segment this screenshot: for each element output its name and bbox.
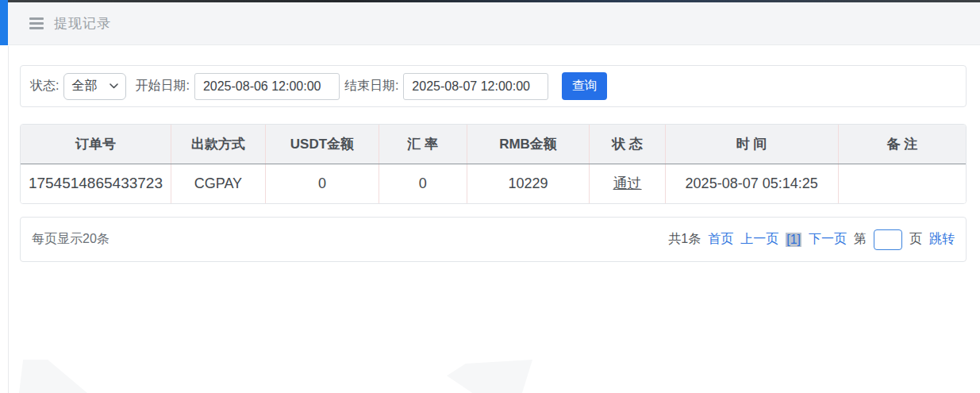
content-area: 状态: 全部 开始日期: 结束日期: 查询 订单号 出款方式 USDT金额 汇 (8, 46, 980, 393)
cell-status: 通过 (590, 164, 665, 203)
cell-payout-method: CGPAY (171, 164, 265, 203)
status-link[interactable]: 通过 (613, 175, 642, 191)
col-header-time: 时 间 (665, 125, 838, 164)
col-header-status: 状 态 (590, 125, 665, 164)
menu-icon[interactable] (29, 17, 44, 29)
end-date-input[interactable] (403, 73, 548, 100)
query-button[interactable]: 查询 (562, 72, 607, 100)
col-header-usdt-amount: USDT金额 (265, 125, 379, 164)
records-table: 订单号 出款方式 USDT金额 汇 率 RMB金额 状 态 时 间 备 注 17… (21, 125, 966, 203)
cell-exchange-rate: 0 (379, 164, 467, 203)
topbar: 提现记录 (8, 2, 980, 45)
current-page-indicator[interactable]: [1] (786, 233, 801, 247)
col-header-payout-method: 出款方式 (171, 125, 265, 164)
total-count-text: 共1条 (668, 231, 701, 248)
status-select-value: 全部 (71, 78, 97, 94)
filter-panel: 状态: 全部 开始日期: 结束日期: 查询 (20, 65, 967, 107)
cell-time: 2025-08-07 05:14:25 (665, 164, 838, 203)
table-row: 1754514865433723 CGPAY 0 0 10229 通过 2025… (21, 164, 966, 203)
col-header-exchange-rate: 汇 率 (379, 125, 467, 164)
pagination-panel: 每页显示20条 共1条 首页 上一页 [1] 下一页 第 页 跳转 (20, 217, 967, 262)
col-header-rmb-amount: RMB金额 (467, 125, 590, 164)
cell-order-no: 1754514865433723 (21, 164, 171, 203)
start-date-input[interactable] (194, 73, 340, 100)
status-select[interactable]: 全部 (63, 73, 126, 100)
page-suffix-label: 页 (909, 231, 922, 248)
brand-accent-strip (0, 0, 8, 45)
jump-link[interactable]: 跳转 (929, 231, 955, 248)
cell-usdt-amount: 0 (265, 164, 379, 203)
end-date-label: 结束日期: (344, 78, 398, 94)
next-page-link[interactable]: 下一页 (809, 231, 847, 248)
pager: 共1条 首页 上一页 [1] 下一页 第 页 跳转 (668, 229, 955, 250)
table-header-row: 订单号 出款方式 USDT金额 汇 率 RMB金额 状 态 时 间 备 注 (21, 125, 966, 164)
cell-remark (838, 164, 966, 203)
page-prefix-label: 第 (854, 231, 867, 248)
first-page-link[interactable]: 首页 (708, 231, 733, 248)
page-number-input[interactable] (874, 229, 902, 250)
prev-page-link[interactable]: 上一页 (740, 231, 778, 248)
status-label: 状态: (30, 78, 59, 94)
start-date-label: 开始日期: (135, 78, 189, 94)
chevron-down-icon (110, 83, 118, 89)
per-page-text: 每页显示20条 (32, 231, 110, 248)
records-table-panel: 订单号 出款方式 USDT金额 汇 率 RMB金额 状 态 时 间 备 注 17… (20, 124, 967, 204)
cell-rmb-amount: 10229 (467, 164, 590, 203)
col-header-remark: 备 注 (838, 125, 966, 164)
col-header-order-no: 订单号 (21, 125, 171, 164)
page-title: 提现记录 (54, 14, 111, 33)
